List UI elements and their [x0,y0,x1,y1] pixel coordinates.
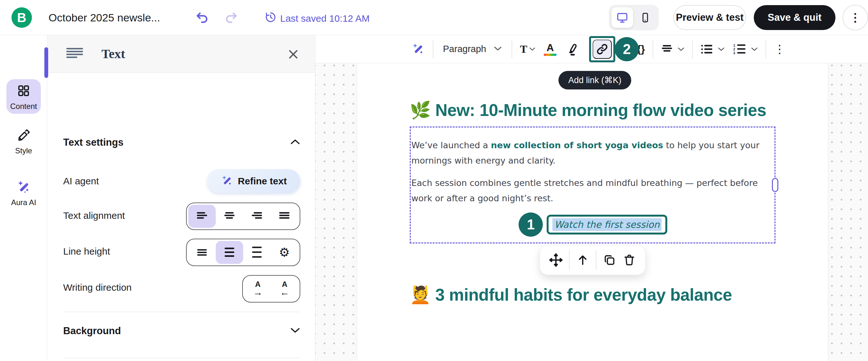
email-content-column: 🌿 New: 10-Minute morning flow video seri… [410,63,775,309]
svg-text:3: 3 [733,51,735,55]
text-alignment-control [186,202,300,230]
device-preview-toggle [609,5,659,30]
brand-logo[interactable]: B [11,7,32,28]
ai-agent-label: AI agent [63,176,99,187]
rtl-button[interactable]: A ← [271,277,298,300]
panel-title: Text [101,46,125,61]
email-sheet: 🌿 New: 10-Minute morning flow video seri… [358,63,828,361]
last-saved-status: Last saved 10:12 AM [265,11,370,25]
divider [596,250,596,270]
add-link-button[interactable] [593,39,612,59]
divider [512,40,512,58]
active-tab-indicator [44,47,48,78]
document-title[interactable]: October 2025 newsle... [49,11,160,24]
align-left-button[interactable] [188,205,216,228]
divider [63,312,300,312]
line-height-large-button[interactable] [243,241,271,264]
email-editor-app: B October 2025 newsle... Last saved 10:1… [0,0,868,361]
top-bar: B October 2025 newsle... Last saved 10:1… [0,0,868,35]
align-center-button[interactable] [216,205,243,228]
sidebar-item-content[interactable]: Content [0,79,47,114]
side-rail: Content Style Aura AI [0,35,47,361]
numbered-list-dropdown[interactable]: 123 [733,44,758,55]
paragraph-1[interactable]: We’ve launched a new collection of short… [411,138,775,168]
refine-text-button[interactable]: Refine text [207,169,300,193]
divider [433,40,433,58]
sidebar-item-aura-ai[interactable]: Aura AI [0,179,47,207]
ltr-button[interactable]: A → [244,277,271,300]
leaf-emoji: 🌿 [410,101,431,119]
sparkle-wand-icon [220,174,233,188]
line-height-label: Line height [63,246,110,257]
font-size-dropdown[interactable]: T [520,43,535,55]
align-right-button[interactable] [243,205,271,228]
annotation-badge-2: 2 [615,37,639,61]
block-action-toolbar [539,245,646,275]
align-justify-button[interactable] [271,205,298,228]
inline-text-link[interactable]: new collection of short yoga videos [491,140,663,150]
annotation-box-link-button [589,36,615,62]
paragraph-style-dropdown[interactable]: Paragraph [443,44,502,54]
divider [569,250,569,270]
massage-emoji: 💆 [410,285,431,304]
line-height-custom-gear-button[interactable]: ⚙ [271,241,298,264]
bullet-list-dropdown[interactable] [701,44,725,54]
redo-button[interactable] [223,10,239,25]
line-height-small-button[interactable] [188,241,216,264]
color-bar [544,54,557,56]
writing-direction-label: Writing direction [63,282,132,293]
selected-text-block[interactable]: We’ve launched a new collection of short… [410,127,775,244]
content-grid-icon [17,84,30,99]
paragraph-2[interactable]: Each session combines gentle stretches a… [411,175,775,206]
email-heading-1[interactable]: 🌿 New: 10-Minute morning flow video seri… [410,96,775,124]
line-height-control: ⚙ [186,239,300,266]
delete-block-button[interactable] [619,250,639,270]
add-link-tooltip: Add link (⌘K) [558,71,631,89]
undo-button[interactable] [195,10,210,25]
svg-text:1: 1 [733,44,735,47]
arrow-left-icon: ← [280,287,289,297]
text-settings-section[interactable]: Text settings [63,137,300,148]
divider [692,40,693,58]
cta-row: 1 Watch the first session [411,211,775,238]
text-block-icon [65,47,84,61]
text-settings-panel: Text Text settings AI agent Refine text [47,35,315,361]
line-height-medium-button[interactable] [216,241,243,264]
editor-canvas: Paragraph T A [315,35,868,361]
desktop-view-button[interactable] [612,7,633,28]
canvas-body: 🌿 New: 10-Minute morning flow video seri… [315,63,868,361]
toolbar-more-button[interactable]: ⋮ [774,43,785,56]
formatting-toolbar: Paragraph T A [315,35,868,63]
close-panel-button[interactable] [286,47,300,61]
svg-text:2: 2 [733,48,735,51]
email-heading-2[interactable]: 💆 3 mindful habits for everyday balance [410,281,775,309]
history-clock-icon [265,11,276,25]
alignment-dropdown[interactable] [661,45,684,54]
divider [653,40,653,58]
chevron-down-icon [290,327,300,335]
panel-header: Text [47,35,315,73]
move-block-button[interactable] [546,250,566,270]
preview-test-button[interactable]: Preview & test [673,5,746,30]
highlight-button[interactable] [565,42,580,57]
font-color-button[interactable]: A [544,43,557,56]
ai-assist-button[interactable] [411,42,425,56]
annotation-badge-1: 1 [519,213,543,237]
gear-icon: ⚙ [279,246,290,258]
mobile-view-button[interactable] [634,7,656,28]
magic-wand-icon [16,179,31,196]
divider [766,40,766,58]
cta-link-text[interactable]: Watch the first session [552,218,661,231]
background-section[interactable]: Background [63,325,300,337]
duplicate-block-button[interactable] [600,250,619,270]
text-alignment-label: Text alignment [63,210,125,221]
annotation-box-cta: Watch the first session [547,215,667,234]
chevron-down-icon [494,46,502,52]
more-options-button[interactable]: ⋮ [842,5,868,30]
move-up-button[interactable] [573,250,593,270]
save-quit-button[interactable]: Save & quit [754,5,835,30]
style-pen-icon [17,129,31,144]
chevron-up-icon [290,139,300,146]
sidebar-item-style[interactable]: Style [0,129,47,155]
block-resize-handle[interactable] [772,178,778,192]
